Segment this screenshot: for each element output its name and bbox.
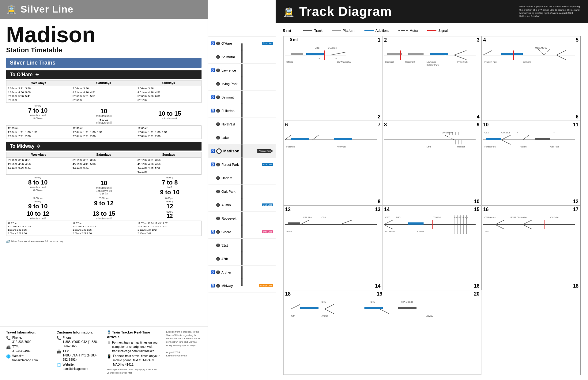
station-label: Madison <box>223 149 256 153</box>
legend-platform: Platform <box>332 29 355 32</box>
svg-text:Forest Park: Forest Park <box>484 146 496 148</box>
accessibility-icon: ♿ <box>211 109 215 113</box>
cell-num-14: 14 <box>375 283 381 289</box>
svg-text:CTA Blue: CTA Blue <box>501 132 510 134</box>
svg-text:CN Waukesha: CN Waukesha <box>337 61 351 63</box>
excerpt-text: Excerpt from a proposal to the State of … <box>166 330 200 347</box>
svg-line-27 <box>556 50 566 55</box>
cell-num-1: 1 <box>378 37 380 43</box>
customer-phone: 📞 Phone: 1-888-YOUR-CTA (1-888-968-7282) <box>57 336 101 348</box>
svg-rect-75 <box>408 222 424 225</box>
svg-line-112 <box>380 309 389 314</box>
svg-text:Midway: Midway <box>426 315 433 317</box>
cell-num-4a: 4 <box>483 37 486 43</box>
midway-direction-header: To Midway ✈ <box>6 142 202 151</box>
travel-tty-number: 312-836-4949 <box>12 349 31 353</box>
svg-text:CSX: CSX <box>322 216 326 218</box>
svg-text:Irving Park: Irving Park <box>457 61 468 63</box>
customer-info: Customer Information: 📞 Phone: 1-888-YOU… <box>57 330 101 374</box>
station-label: Harlem <box>221 176 273 180</box>
svg-line-16 <box>454 55 466 60</box>
track-cell-6: 6 7 8 Fullerton North/1st <box>283 121 382 206</box>
saturdays-header: Saturdays <box>71 80 136 86</box>
customer-website-icon: 🌐 <box>57 363 61 368</box>
station-label: Cicero <box>221 230 261 234</box>
svg-line-64 <box>523 135 529 140</box>
svg-text:CTA Blue: CTA Blue <box>328 47 337 49</box>
station-item-lawrence: ♿Lawrence <box>208 64 276 77</box>
cell-num-20: 20 <box>474 291 480 297</box>
tracker-icon1: 🖥 <box>107 341 111 346</box>
svg-text:CSX: CSX <box>484 132 489 134</box>
svg-text:×: × <box>517 132 518 134</box>
svg-text:Balmoral: Balmoral <box>385 61 394 63</box>
cell-num-16: 16 <box>474 283 480 289</box>
accessibility-icon: ♿ <box>211 68 215 72</box>
excerpt-date: August 2024 <box>166 351 180 354</box>
accessibility-icon: ♿ <box>211 149 215 153</box>
station-dot <box>216 190 220 193</box>
station-label: Oak Park <box>221 190 273 193</box>
station-item-47th: 47th <box>208 252 276 266</box>
station-label: Lawrence <box>221 69 273 72</box>
svg-line-77 <box>384 220 393 225</box>
station-label: 47th <box>221 257 273 261</box>
silver-line-notice: 🔄 Silver Line service operates 24 hours … <box>6 239 202 244</box>
svg-line-58 <box>501 135 511 140</box>
cell-num-6: 6 <box>576 114 579 120</box>
customer-tty-number: 1-888-CTA-TTY1 (1-888-282-8891) <box>63 354 97 361</box>
svg-line-38 <box>285 135 291 140</box>
station-badge: Orange Line <box>259 284 273 287</box>
midway-timetable: To Midway ✈ Weekdays Saturdays Sundays 3… <box>6 142 202 236</box>
track-diagram-grid: 0 mi 1 2 × × <box>283 36 581 375</box>
svg-text:CTA Pink: CTA Pink <box>433 216 442 218</box>
cell-num-10: 10 <box>474 199 480 204</box>
svg-text:BRC: BRC <box>322 301 326 303</box>
svg-text:Austin: Austin <box>286 230 292 233</box>
cell-num-18a: 18 <box>285 291 291 297</box>
legend-mi-label: 0 mi <box>283 28 291 33</box>
cell-num-2: 2 <box>378 114 380 120</box>
svg-text:ATS: ATS <box>315 47 319 49</box>
cell-num-14a: 14 <box>384 207 390 212</box>
station-badge: Pink Line <box>262 230 273 233</box>
station-item-madison: ♿MadisonYou are here <box>208 144 276 158</box>
section-label: Silver Line Trains <box>6 58 202 68</box>
svg-text:×: × <box>318 57 320 60</box>
station-dot <box>216 122 220 126</box>
center-top <box>208 0 276 37</box>
legend-additions-label: Additions <box>375 29 389 32</box>
station-label: Belmont <box>221 95 273 99</box>
cell-num-7: 7 <box>378 122 380 128</box>
midway-timetable-grid: Weekdays Saturdays Sundays 3:01am 3:36 3… <box>6 152 202 174</box>
track-cell-4: 4 5 6 Franklin Park Belmont Metra MD-W <box>481 36 580 121</box>
travel-info-header: Travel Information: <box>6 330 51 335</box>
sunday-times: 3:06am 3:36 4:01am 4:26 4:51 5:06am 5:36… <box>136 86 201 102</box>
svg-text:Oak Park: Oak Park <box>550 146 560 148</box>
station-item-31st: 31st <box>208 239 276 252</box>
track-svg-12: CTA Blue CSX Austin <box>285 214 381 235</box>
midway-saturday-later: 12:07am12:22am 12:37 12:521:07am 1:22 1:… <box>71 221 136 236</box>
track-cell-12: 12 13 14 CTA Blue CSX Austin <box>283 206 382 290</box>
svg-line-30 <box>544 49 550 55</box>
header-note: Excerpt from a proposal to the State of … <box>519 5 581 18</box>
track-diagram-header: 🚊 Track Diagram Excerpt from a proposal … <box>276 0 588 23</box>
svg-text:CTA Orange: CTA Orange <box>401 301 413 303</box>
station-label: Lake <box>221 136 273 140</box>
station-item-lake: Lake <box>208 131 276 144</box>
svg-rect-1 <box>291 53 303 55</box>
customer-website-label: Website: <box>63 363 75 366</box>
track-svg-18: 47th BRC Archer BRC CTA Orange Midway <box>285 298 480 320</box>
station-dot <box>216 42 220 45</box>
saturday-times: 3:06am 3:36 4:11am 4:26 4:51 5:06am 5:21… <box>71 86 136 102</box>
cell-num-15: 15 <box>474 207 480 212</box>
legend-track-label: Track <box>314 29 322 32</box>
svg-text:Fullerton: Fullerton <box>286 146 295 148</box>
stations-list: ♿O'HareBlue LineBalmoral♿LawrenceIrving … <box>208 37 276 292</box>
cell-num-5: 5 <box>576 37 579 43</box>
station-dot <box>216 244 220 247</box>
svg-text:Franklin Park: Franklin Park <box>484 61 497 63</box>
ohare-later-grid: 12:53am1:06am 1:21 1:36 1:512:06am 2:21 … <box>6 125 202 139</box>
svg-text:CN Joliet: CN Joliet <box>550 216 559 218</box>
station-dot <box>216 109 220 113</box>
